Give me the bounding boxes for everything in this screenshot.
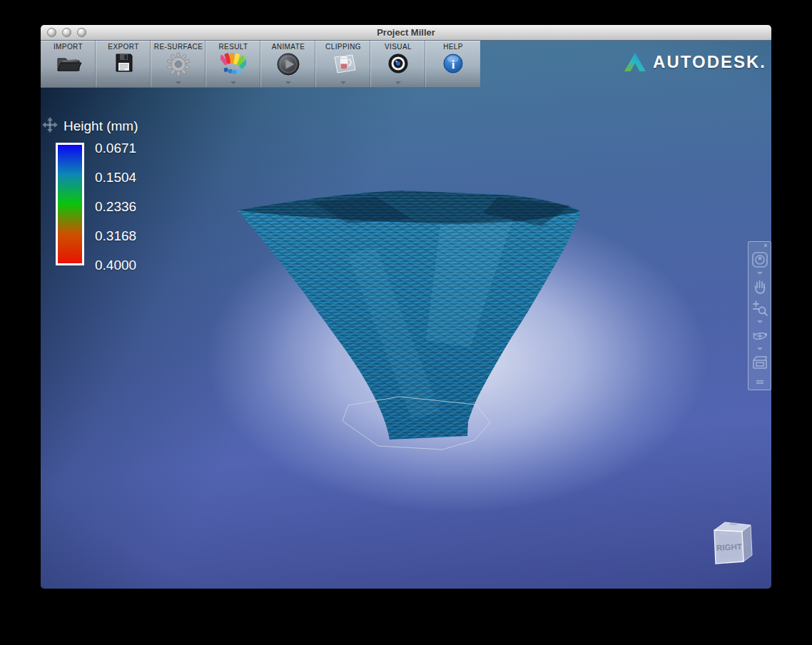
result-swatches-icon	[220, 52, 246, 78]
window-title: Project Miller	[41, 25, 771, 41]
orbit-icon[interactable]	[751, 326, 769, 345]
autodesk-logo: AUTODESK.	[624, 52, 766, 72]
toolbar-button-label: IMPORT	[41, 43, 96, 51]
toolbar-button-label: HELP	[426, 43, 480, 51]
toolbar-button-result[interactable]: RESULT	[205, 41, 260, 87]
toolbar-button-animate[interactable]: ANIMATE	[260, 41, 315, 87]
help-info-icon: i	[442, 52, 465, 78]
chevron-down-icon[interactable]	[395, 81, 401, 84]
legend-value: 0.0671	[95, 141, 136, 156]
move-handle-icon[interactable]	[41, 116, 59, 136]
main-toolbar: IMPORT EXPORT	[41, 41, 480, 88]
toolbar-button-label: RE-SURFACE	[151, 43, 205, 51]
view-cube[interactable]: RIGHT	[709, 518, 754, 571]
toolbar-button-label: ANIMATE	[261, 43, 315, 51]
chevron-down-icon[interactable]	[285, 81, 291, 84]
visual-eye-icon	[387, 52, 410, 78]
export-floppy-icon	[113, 52, 134, 76]
navigation-bar: ×	[748, 241, 771, 390]
chevron-down-icon[interactable]	[340, 81, 346, 84]
legend-value: 0.2336	[95, 199, 136, 215]
grip-handle-icon[interactable]	[756, 375, 763, 387]
legend-header: Height (mm)	[41, 116, 138, 136]
import-folder-icon	[55, 52, 82, 76]
animate-play-icon	[276, 52, 300, 79]
toolbar-button-export[interactable]: EXPORT	[96, 41, 151, 87]
pan-hand-icon[interactable]	[751, 278, 769, 296]
toolbar-button-help[interactable]: HELP i	[425, 41, 480, 87]
viewport-3d[interactable]: IMPORT EXPORT	[41, 41, 771, 589]
chevron-down-icon[interactable]	[176, 81, 181, 84]
autodesk-wordmark: AUTODESK.	[653, 52, 766, 72]
chevron-down-icon[interactable]	[757, 320, 763, 323]
svg-text:i: i	[452, 58, 455, 71]
close-icon[interactable]: ×	[762, 243, 769, 250]
toolbar-button-label: CLIPPING	[316, 43, 370, 51]
toolbar-button-label: VISUAL	[371, 43, 425, 51]
legend-value: 0.3168	[95, 228, 136, 244]
view-cube-face-label: RIGHT	[716, 542, 742, 552]
titlebar: Project Miller	[41, 25, 771, 41]
toolbar-button-clipping[interactable]: CLIPPING	[315, 41, 370, 87]
chevron-down-icon[interactable]	[757, 272, 763, 275]
app-window: Project Miller	[41, 25, 771, 589]
toolbar-button-label: RESULT	[206, 43, 260, 51]
chevron-down-icon[interactable]	[230, 81, 236, 84]
toolbar-button-resurface[interactable]: RE-SURFACE	[151, 41, 205, 87]
look-at-icon[interactable]	[751, 353, 769, 372]
height-legend: Height (mm) 0.0671 0.1504 0.2336 0.3168 …	[41, 116, 191, 288]
zoom-icon[interactable]	[751, 299, 769, 318]
legend-value: 0.1504	[95, 170, 136, 186]
clipping-plane-icon	[330, 52, 357, 78]
autodesk-mark-icon	[624, 52, 646, 72]
colorbar	[56, 143, 84, 265]
resurface-gear-icon	[166, 52, 191, 79]
legend-title: Height (mm)	[64, 118, 138, 134]
chevron-down-icon[interactable]	[757, 347, 763, 350]
toolbar-button-visual[interactable]: VISUAL	[370, 41, 425, 87]
toolbar-button-label: EXPORT	[96, 43, 151, 51]
toolbar-button-import[interactable]: IMPORT	[41, 41, 96, 87]
steering-wheel-icon[interactable]	[751, 250, 769, 269]
legend-values: 0.0671 0.1504 0.2336 0.3168 0.4000	[95, 141, 136, 273]
legend-value: 0.4000	[95, 258, 136, 273]
